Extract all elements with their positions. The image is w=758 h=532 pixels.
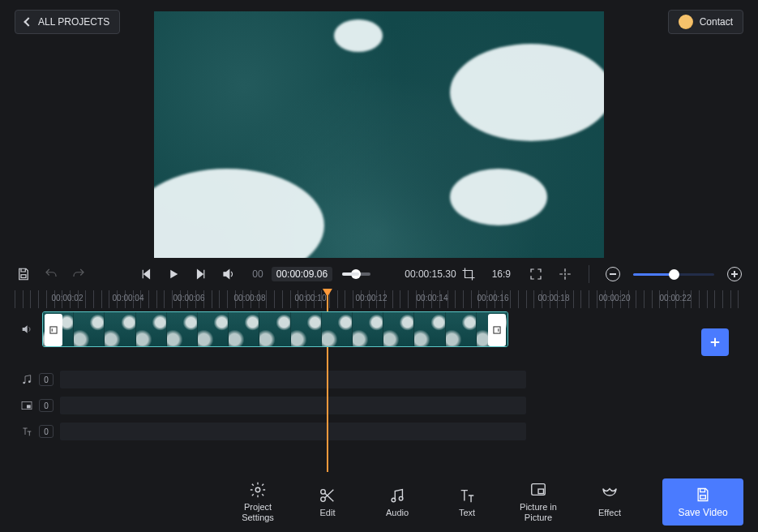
- effect-tool[interactable]: Effect: [587, 487, 632, 518]
- ruler-tick-label: 00:00:06: [173, 294, 205, 302]
- save-video-button[interactable]: Save Video: [662, 478, 743, 526]
- svg-point-12: [399, 496, 403, 500]
- project-settings-label: Project Settings: [242, 502, 274, 522]
- picture-in-picture-tool[interactable]: Picture in Picture: [514, 481, 563, 522]
- zoom-slider[interactable]: [633, 273, 714, 276]
- video-clip[interactable]: 00:00:15 100%: [42, 311, 508, 347]
- progress-slider[interactable]: [342, 272, 370, 276]
- text-tool[interactable]: Text: [444, 487, 490, 518]
- effect-label: Effect: [598, 508, 621, 518]
- svg-rect-3: [494, 327, 500, 333]
- project-settings-tool[interactable]: Project Settings: [235, 481, 281, 522]
- svg-point-4: [23, 382, 25, 384]
- svg-point-10: [321, 497, 326, 502]
- text-track-lane[interactable]: [60, 423, 526, 440]
- music-icon: [388, 487, 406, 504]
- scissors-icon: [319, 487, 336, 504]
- svg-rect-0: [21, 275, 26, 278]
- effect-icon: [601, 487, 619, 504]
- svg-rect-7: [27, 405, 31, 408]
- fullscreen-icon[interactable]: [527, 265, 545, 283]
- ruler-tick-label: 00:00:18: [538, 294, 570, 302]
- ruler-tick-label: 00:00:14: [417, 294, 448, 302]
- pip-track-icon: [15, 399, 39, 412]
- ruler-tick-label: 00:00:04: [113, 294, 144, 302]
- contact-label: Contact: [700, 16, 733, 28]
- timeline-ruler[interactable]: 00:00:0200:00:0400:00:0600:00:0800:00:10…: [15, 290, 743, 308]
- svg-point-8: [255, 488, 260, 493]
- text-label: Text: [459, 508, 475, 518]
- play-icon[interactable]: [165, 265, 182, 283]
- svg-rect-2: [50, 327, 57, 333]
- timecode-current[interactable]: 00:00:09.06: [272, 267, 332, 281]
- crop-icon[interactable]: [460, 265, 477, 283]
- clip-trim-right-handle[interactable]: [488, 314, 506, 346]
- audio-track-icon: [15, 373, 39, 386]
- add-track-button[interactable]: [701, 328, 729, 356]
- audio-track-lane[interactable]: [60, 371, 526, 388]
- timecode-total: 00:00:15.30: [405, 268, 456, 280]
- pip-track-count: 0: [39, 399, 54, 412]
- clip-trim-left-handle[interactable]: [45, 314, 62, 346]
- svg-rect-15: [700, 495, 706, 498]
- audio-tool[interactable]: Audio: [375, 487, 420, 518]
- edit-tool[interactable]: Edit: [305, 487, 350, 518]
- svg-rect-14: [538, 489, 543, 494]
- contact-button[interactable]: Contact: [668, 10, 743, 34]
- svg-point-11: [392, 498, 396, 502]
- ruler-tick-label: 00:00:10: [295, 294, 327, 302]
- pip-label: Picture in Picture: [520, 502, 557, 522]
- all-projects-button[interactable]: ALL PROJECTS: [15, 10, 120, 34]
- audio-track-count: 0: [39, 373, 54, 386]
- save-video-label: Save Video: [678, 507, 727, 518]
- save-project-icon[interactable]: [15, 265, 32, 283]
- next-frame-icon[interactable]: [192, 265, 210, 283]
- ruler-tick-label: 00:00:12: [356, 294, 388, 302]
- previous-frame-icon[interactable]: [137, 265, 155, 283]
- edit-label: Edit: [320, 508, 336, 518]
- timecode-zero: 00: [252, 268, 263, 280]
- undo-icon[interactable]: [42, 265, 60, 283]
- svg-point-5: [28, 380, 31, 383]
- ruler-tick-label: 00:00:22: [660, 294, 692, 302]
- chevron-left-icon: [24, 17, 32, 26]
- video-track-mute-icon[interactable]: [15, 323, 39, 336]
- volume-icon[interactable]: [220, 265, 238, 283]
- zoom-in-icon[interactable]: [726, 265, 743, 283]
- video-preview[interactable]: [154, 11, 604, 258]
- pip-track-lane[interactable]: [60, 397, 526, 414]
- all-projects-label: ALL PROJECTS: [38, 16, 109, 28]
- pip-icon: [529, 481, 547, 499]
- contact-icon: [679, 15, 693, 29]
- text-track-count: 0: [39, 425, 54, 438]
- ruler-tick-label: 00:00:20: [599, 294, 631, 302]
- text-icon: [458, 487, 476, 504]
- ruler-tick-label: 00:00:08: [234, 294, 266, 302]
- ruler-tick-label: 00:00:16: [477, 294, 509, 302]
- zoom-out-icon[interactable]: [604, 265, 622, 283]
- aspect-ratio-label[interactable]: 16:9: [492, 268, 511, 280]
- text-track-icon: [15, 425, 39, 438]
- ruler-tick-label: 00:00:02: [52, 294, 84, 302]
- svg-point-9: [321, 489, 326, 494]
- gear-icon: [249, 481, 267, 499]
- redo-icon[interactable]: [70, 265, 88, 283]
- save-icon: [695, 487, 711, 503]
- snap-icon[interactable]: [556, 265, 574, 283]
- audio-label: Audio: [386, 508, 409, 518]
